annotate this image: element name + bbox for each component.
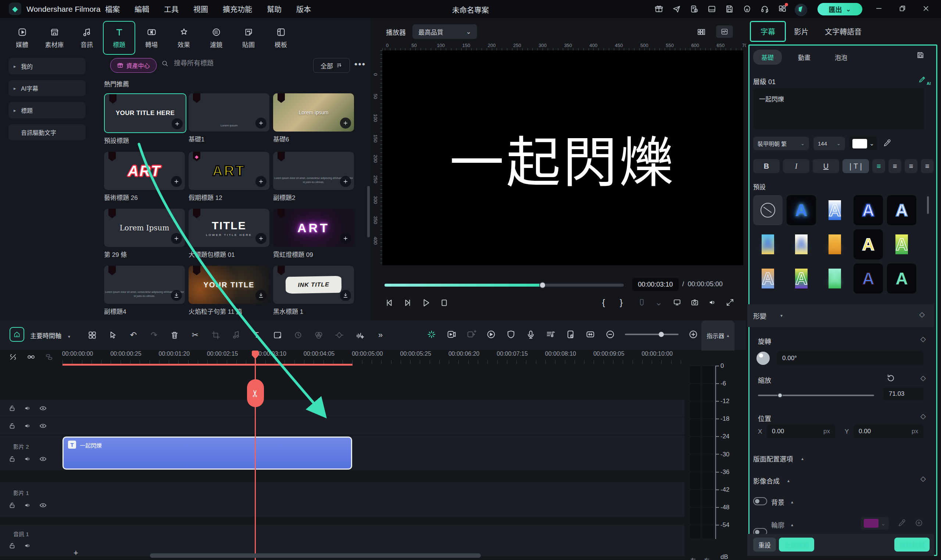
outline-color-dropdown[interactable]: ⌄ <box>861 517 889 529</box>
lock-icon[interactable] <box>8 422 16 430</box>
zoom-in-icon[interactable] <box>688 329 698 340</box>
titlebar-action-icon[interactable] <box>760 5 769 14</box>
quality-dropdown[interactable]: 最高品質⌄ <box>413 24 477 39</box>
template-card[interactable]: ◆ ART 假期標題 12 <box>189 152 270 202</box>
asset-tab[interactable]: 效果 <box>168 21 200 55</box>
mute-icon[interactable] <box>23 404 32 412</box>
advanced-edit-button[interactable]: 高級編輯 <box>894 538 930 552</box>
effects-spark-icon[interactable] <box>427 329 437 340</box>
mute-icon[interactable] <box>23 422 32 430</box>
keyframe-icon[interactable]: ◇ <box>920 335 926 343</box>
text-preset[interactable]: A <box>853 229 883 259</box>
visibility-icon[interactable] <box>39 455 47 463</box>
template-thumbnail[interactable]: TITLELOWER TITLE HERE <box>189 209 270 247</box>
add-download-icon[interactable] <box>256 290 266 301</box>
asset-tab[interactable]: 模板 <box>265 21 297 55</box>
preview-canvas[interactable]: 一起閃爍 <box>382 50 743 265</box>
titlebar-action-icon[interactable] <box>654 5 664 14</box>
reset-icon[interactable] <box>887 374 895 383</box>
timeline-tool-icon[interactable] <box>232 330 241 340</box>
transport-icon[interactable] <box>403 298 413 308</box>
add-download-icon[interactable] <box>256 176 266 187</box>
format-button[interactable]: ❘T❘ <box>842 159 869 173</box>
reset-button[interactable]: 重設 <box>753 538 776 552</box>
format-button[interactable]: ≡ <box>905 159 918 173</box>
timeline-tool-icon[interactable] <box>355 330 365 340</box>
indicator-panel[interactable]: 指示器▴ <box>701 320 735 351</box>
transport-icon[interactable] <box>385 298 394 308</box>
export-button[interactable]: 匯出⌄ <box>818 3 862 15</box>
template-card[interactable]: YOUR TITLE HERE 預設標題 <box>104 93 185 145</box>
format-button[interactable]: I <box>783 159 809 173</box>
text-preset[interactable]: A <box>887 229 916 259</box>
keyframe-icon[interactable]: ◇ <box>919 310 925 318</box>
lock-icon[interactable] <box>8 501 16 509</box>
sidebar-item[interactable]: ▸ 標題 <box>8 102 86 118</box>
snap-icon[interactable] <box>9 353 17 361</box>
avatar[interactable] <box>795 4 807 16</box>
sidebar-item[interactable]: 音訊驅動文字 <box>8 124 86 140</box>
transport-icon[interactable] <box>421 298 431 308</box>
keyframe-icon[interactable]: ◇ <box>920 474 926 483</box>
template-card[interactable]: Lorem ipsum dolor sit amet, consectetur … <box>273 152 354 202</box>
zoom-slider[interactable] <box>625 334 679 335</box>
search-input[interactable] <box>173 59 285 68</box>
timeline-tool-icon[interactable]: T. <box>252 330 262 340</box>
position-x-input[interactable]: 0.00px <box>767 425 835 438</box>
add-video-icon[interactable] <box>466 329 476 340</box>
add-download-icon[interactable] <box>340 118 351 129</box>
eyedropper-icon[interactable] <box>883 138 892 147</box>
scale-slider[interactable] <box>758 395 874 396</box>
track-row[interactable] <box>0 400 684 417</box>
subtitle-subtab[interactable]: 泡泡 <box>827 49 855 65</box>
timeline-tool-icon[interactable] <box>273 330 282 340</box>
timeline-tool-icon[interactable] <box>108 330 118 340</box>
filter-button[interactable]: 全部 <box>313 58 350 73</box>
add-outline-icon[interactable] <box>915 518 923 527</box>
position-y-input[interactable]: 0.00px <box>853 425 923 438</box>
collapse-icon[interactable]: ▴ <box>791 522 793 527</box>
link-icon[interactable] <box>27 353 35 361</box>
visibility-icon[interactable] <box>39 422 47 430</box>
player-tool-icon[interactable] <box>690 298 699 307</box>
seek-bar[interactable] <box>385 284 624 287</box>
window-control-icon[interactable] <box>898 5 906 12</box>
audio-stretch-icon[interactable] <box>545 329 556 340</box>
fit-timeline-icon[interactable] <box>585 329 596 340</box>
template-card[interactable]: Lorem ipsum 基礎6 <box>273 93 354 145</box>
transport-icon[interactable] <box>440 298 449 308</box>
template-thumbnail[interactable]: ◆ ART <box>189 152 270 190</box>
font-color-dropdown[interactable]: ⌄ <box>850 137 878 150</box>
format-button[interactable]: ≡ <box>921 159 934 173</box>
template-card[interactable]: Lorem ipsum 基礎1 <box>189 93 270 145</box>
keyframe-icon[interactable]: ◇ <box>920 412 926 420</box>
timeline-tool-icon[interactable] <box>88 330 97 340</box>
template-thumbnail[interactable]: ART <box>273 209 354 247</box>
ai-edit-icon[interactable]: AI <box>918 75 926 85</box>
template-card[interactable]: ART 霓虹燈標題 09 <box>273 209 354 259</box>
format-button[interactable]: ≡ <box>872 159 885 173</box>
player-tool-icon[interactable]: ⌄ <box>655 298 664 307</box>
collapse-icon[interactable]: ▴ <box>801 456 804 461</box>
home-button[interactable] <box>9 327 24 342</box>
player-tool-icon[interactable] <box>673 298 681 307</box>
horizontal-scrollbar[interactable] <box>150 553 481 558</box>
screen-record-icon[interactable] <box>446 329 456 340</box>
scrollbar[interactable] <box>927 196 929 214</box>
layout-toggle-icon[interactable] <box>697 28 706 36</box>
add-download-icon[interactable] <box>171 233 182 244</box>
timeline-tool-icon[interactable] <box>334 330 344 340</box>
timeline-tool-icon[interactable] <box>211 330 220 340</box>
format-button[interactable]: U <box>813 159 839 173</box>
asset-tab[interactable]: 貼圖 <box>232 21 265 55</box>
save-preset-icon[interactable] <box>916 51 925 60</box>
template-thumbnail[interactable]: YOUR TITLE HERE <box>104 93 186 133</box>
collapse-icon[interactable]: ▴ <box>791 499 793 505</box>
timeline-tool-icon[interactable]: ↷ <box>149 330 159 340</box>
current-timecode[interactable]: 00:00:03:10 <box>632 278 679 291</box>
apply-all-button[interactable]: 全部應用 <box>779 538 814 552</box>
subtitle-subtab[interactable]: 動畫 <box>790 49 819 65</box>
layout-options-label[interactable]: 版面配置選項 <box>753 454 793 463</box>
asset-tab[interactable]: 媒體 <box>6 21 38 55</box>
asset-center-badge[interactable]: 資產中心 <box>110 58 157 73</box>
